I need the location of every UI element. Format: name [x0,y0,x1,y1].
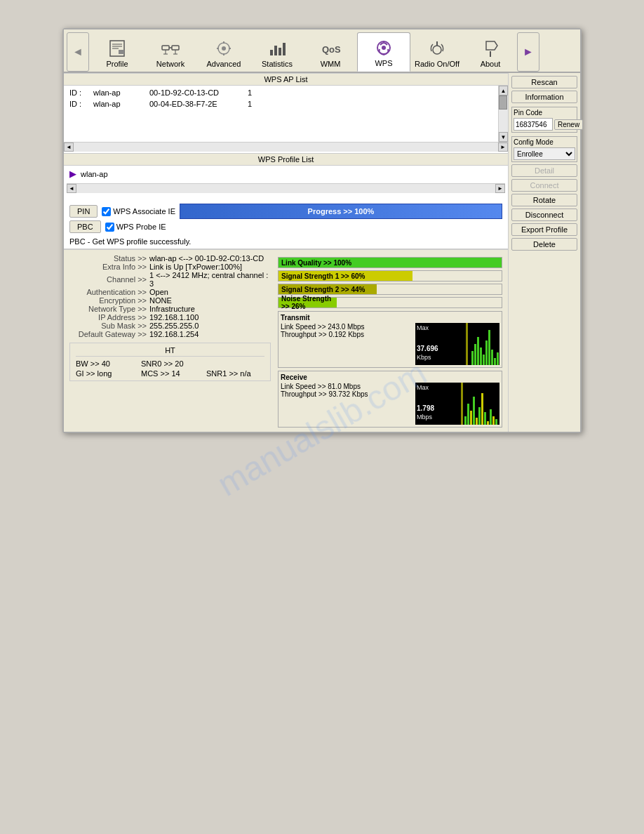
wps-associate-checkbox[interactable] [102,207,111,216]
config-mode-label: Config Mode [514,138,575,146]
svg-point-25 [433,46,441,54]
receive-section: Receive Link Speed >> 81.0 Mbps Throughp… [278,371,502,428]
ap-list-scrollbar-h[interactable]: ◄ ► [64,142,508,152]
status-label: Status >> [69,254,147,263]
tab-profile[interactable]: Profile [90,32,144,72]
content-area: WPS AP List ID : wlan-ap 00-1D-92-C0-13-… [64,72,580,432]
delete-button[interactable]: Delete [511,238,577,251]
tab-profile-label: Profile [106,60,128,68]
tab-radio[interactable]: Radio On/Off [410,32,464,72]
tab-about[interactable]: About [464,32,517,72]
wps-probe-check[interactable]: WPS Probe IE [105,223,166,232]
profile-scroll-left[interactable]: ◄ [67,184,76,193]
scroll-down-arrow[interactable]: ▼ [499,132,508,142]
transmit-throughput: Throughput >> 0.192 Kbps [281,331,412,338]
link-quality-label: Link Quality >> 100% [281,259,351,267]
pbc-button[interactable]: PBC [69,220,101,233]
ip-value: 192.168.1.100 [149,313,199,322]
signal2-label: Signal Strength 2 >> 44% [281,286,365,293]
link-quality-fill: Link Quality >> 100% [279,258,502,267]
profile-scroll-right[interactable]: ► [495,184,505,193]
scroll-track-v [499,95,508,132]
scroll-right-arrow[interactable]: ► [498,143,508,152]
network-type-value: Infrastructure [149,305,195,313]
connect-button[interactable]: Connect [511,179,577,192]
disconnect-button[interactable]: Disconnect [511,208,577,221]
svg-rect-18 [270,50,273,55]
ap-row-1[interactable]: ID : wlan-ap 00-1D-92-C0-13-CD 1 [67,87,497,98]
scroll-left-arrow[interactable]: ◄ [64,143,74,152]
receive-section-label: Receive [281,373,499,381]
radio-icon [427,39,447,58]
profile-list-scrollbar-h[interactable]: ◄ ► [67,183,505,193]
signal1-label: Signal Strength 1 >> 60% [281,272,365,280]
svg-rect-50 [492,416,495,425]
svg-rect-30 [474,344,476,365]
main-window: ◄ Profile [62,28,582,433]
channel-value: 1 <--> 2412 MHz; central channel : 3 [149,271,271,288]
pin-button[interactable]: PIN [69,205,98,218]
profile-arrow-icon: ▶ [69,168,76,179]
export-profile-button[interactable]: Export Profile [511,223,577,236]
profile-scroll-track [76,184,495,193]
detail-button[interactable]: Detail [511,164,577,177]
renew-button[interactable]: Renew [554,119,583,130]
progress-text: Progress >> 100% [308,207,375,216]
ap-row-1-num: 1 [248,88,262,97]
svg-rect-39 [461,383,463,425]
wps-probe-label: WPS Probe IE [116,223,166,231]
svg-rect-19 [274,46,277,55]
svg-rect-41 [467,404,469,425]
svg-rect-46 [481,393,483,425]
main-panel: WPS AP List ID : wlan-ap 00-1D-92-C0-13-… [64,73,509,432]
tab-statistics[interactable]: Statistics [250,32,304,72]
signal1-track: Signal Strength 1 >> 60% [278,270,502,282]
svg-rect-44 [476,418,478,425]
ht-grid: BW >> 40 SNR0 >> 20 GI >> long MCS >> 14… [76,359,264,378]
rotate-button[interactable]: Rotate [511,194,577,206]
transmit-chart: Max [415,323,499,365]
tab-wmm[interactable]: QoS WMM [304,32,357,72]
receive-throughput: Throughput >> 93.732 Kbps [281,390,412,398]
ap-row-2[interactable]: ID : wlan-ap 00-04-ED-38-F7-2E 1 [67,98,497,110]
tab-about-label: About [481,60,501,68]
bottom-status-area: Status >> wlan-ap <--> 00-1D-92-C0:13-CD… [64,249,508,432]
transmit-chart-row: Link Speed >> 243.0 Mbps Throughput >> 0… [281,323,499,365]
svg-rect-38 [497,352,499,365]
receive-info: Link Speed >> 81.0 Mbps Throughput >> 93… [281,383,412,398]
ap-list-scrollbar-v[interactable]: ▲ ▼ [498,86,508,142]
signal2-row: Signal Strength 2 >> 44% [278,284,502,295]
forward-button[interactable]: ► [517,32,539,72]
svg-rect-47 [484,412,486,425]
rescan-button[interactable]: Rescan [511,76,577,88]
tab-advanced[interactable]: Advanced [197,32,250,72]
back-button[interactable]: ◄ [67,32,89,72]
gateway-value: 192.168.1.254 [149,330,199,338]
wps-associate-check[interactable]: WPS Associate IE [102,207,175,216]
noise-row: Noise Strength >> 26% [278,297,502,308]
transmit-info: Link Speed >> 243.0 Mbps Throughput >> 0… [281,323,412,338]
information-button[interactable]: Information [511,91,577,103]
auth-value: Open [149,288,168,296]
status-row-gateway: Default Gateway >> 192.168.1.254 [69,330,271,338]
svg-rect-4 [119,50,124,54]
pin-code-input[interactable] [514,118,553,131]
svg-rect-48 [487,421,489,425]
ip-label: IP Address >> [69,313,147,322]
wps-ap-list-header: WPS AP List [64,73,508,86]
tab-advanced-label: Advanced [207,60,241,68]
scroll-thumb-v[interactable] [499,95,507,110]
wps-probe-checkbox[interactable] [105,223,114,232]
config-mode-select[interactable]: Enrollee Registrar [514,147,575,160]
ap-row-2-name: wlan-ap [93,100,142,108]
tab-network[interactable]: Network [144,32,197,72]
profile-row-1[interactable]: ▶ wlan-ap [67,167,505,180]
pin-code-label: Pin Code [514,109,575,117]
tab-wps[interactable]: WPS [357,32,410,72]
scroll-up-arrow[interactable]: ▲ [499,86,508,95]
ht-mcs: MCS >> 14 [141,369,199,378]
svg-rect-20 [279,48,281,55]
statistics-icon [267,39,287,58]
ap-row-1-id: ID : [69,88,86,97]
network-icon [161,39,180,58]
